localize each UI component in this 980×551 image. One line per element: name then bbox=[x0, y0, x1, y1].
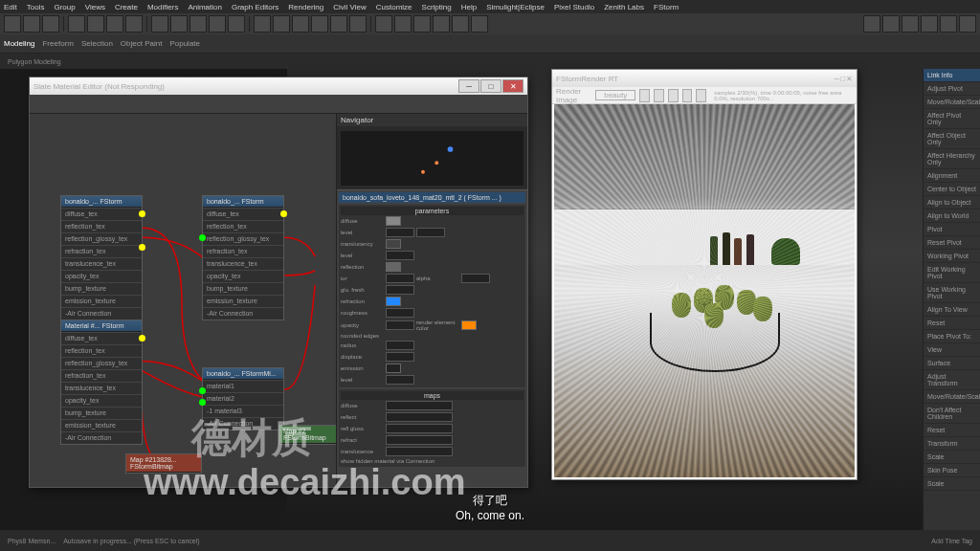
node-row[interactable]: emission_texture bbox=[61, 295, 142, 307]
spinner-input[interactable] bbox=[386, 352, 414, 362]
navigator-preview[interactable] bbox=[341, 131, 523, 186]
spinner-input[interactable] bbox=[386, 251, 414, 260]
node-row[interactable]: -1 material3 bbox=[203, 405, 283, 417]
ribbon-modeling[interactable]: Modeling bbox=[4, 39, 34, 48]
render-btn[interactable] bbox=[668, 89, 679, 102]
menu-group[interactable]: Group bbox=[54, 3, 75, 11]
toolbar-button[interactable] bbox=[292, 15, 309, 33]
node-row[interactable]: diffuse_tex bbox=[61, 332, 142, 344]
menu-modifiers[interactable]: Modifiers bbox=[147, 3, 178, 11]
spinner-input[interactable] bbox=[386, 308, 414, 318]
node-row[interactable]: refraction_tex bbox=[61, 245, 142, 257]
spinner-input[interactable] bbox=[386, 285, 414, 295]
menu-scripting[interactable]: Scripting bbox=[422, 3, 452, 11]
toolbar-button[interactable] bbox=[394, 15, 412, 33]
spinner-input[interactable] bbox=[386, 320, 414, 330]
toolbar-button[interactable] bbox=[882, 15, 900, 33]
toolbar-button[interactable] bbox=[902, 15, 919, 33]
spinner-input[interactable] bbox=[386, 375, 414, 385]
node-row[interactable]: reflection_glossy_tex bbox=[61, 357, 142, 369]
node-row[interactable]: reflection_glossy_tex bbox=[203, 232, 283, 245]
menu-ext3[interactable]: Zenith Labs bbox=[604, 3, 644, 11]
menu-ext1[interactable]: Simulight|Eclipse bbox=[486, 3, 545, 11]
node-row[interactable]: refraction_tex bbox=[203, 245, 283, 257]
toolbar-button[interactable] bbox=[228, 15, 245, 33]
toolbar-button[interactable] bbox=[311, 15, 328, 33]
toolbar-button[interactable] bbox=[254, 15, 271, 33]
render-channel-dropdown[interactable]: beauty bbox=[595, 90, 635, 100]
map-slot[interactable] bbox=[386, 447, 453, 456]
panel-row[interactable]: Reset bbox=[924, 317, 980, 330]
map-slot[interactable] bbox=[386, 401, 453, 410]
render-btn[interactable] bbox=[696, 89, 706, 102]
minimize-button[interactable]: ─ bbox=[458, 79, 479, 93]
node-row[interactable]: material1 bbox=[203, 380, 283, 392]
ribbon-freeform[interactable]: Freeform bbox=[42, 39, 73, 48]
close-button[interactable]: ✕ bbox=[846, 75, 853, 83]
panel-row[interactable]: Scale bbox=[924, 477, 980, 491]
menu-ext2[interactable]: Pixel Studio bbox=[554, 3, 594, 11]
slate-titlebar[interactable]: Slate Material Editor (Not Responding) ─… bbox=[30, 77, 527, 95]
panel-row[interactable]: Use Working Pivot bbox=[924, 283, 980, 303]
node-row[interactable]: material2 bbox=[203, 392, 283, 405]
menu-create[interactable]: Create bbox=[115, 3, 138, 11]
material-node-4[interactable]: bonaldo_... FStormMi... material1 materi… bbox=[202, 367, 284, 430]
toolbar-button[interactable] bbox=[330, 15, 347, 33]
map-slot[interactable] bbox=[386, 435, 453, 445]
panel-row[interactable]: View bbox=[924, 343, 980, 357]
node-row[interactable]: refraction_tex bbox=[61, 369, 142, 382]
maximize-button[interactable]: □ bbox=[840, 75, 845, 83]
node-row[interactable]: -Air Connection bbox=[203, 417, 283, 430]
panel-row[interactable]: Align to World bbox=[924, 209, 980, 223]
menu-animation[interactable]: Animation bbox=[188, 3, 222, 11]
slate-material-editor[interactable]: Slate Material Editor (Not Responding) ─… bbox=[29, 77, 528, 488]
node-row[interactable]: diffuse_tex bbox=[203, 208, 283, 220]
main-menubar[interactable]: Edit Tools Group Views Create Modifiers … bbox=[0, 0, 980, 13]
node-row[interactable]: opacity_tex bbox=[61, 394, 142, 407]
render-titlebar[interactable]: FStormRender RT ─ □ ✕ bbox=[552, 70, 857, 87]
toolbar-button[interactable] bbox=[209, 15, 226, 33]
node-row[interactable]: -Air Connection bbox=[203, 307, 283, 320]
panel-row[interactable]: Don't Affect Children bbox=[924, 404, 980, 424]
toolbar-button[interactable] bbox=[189, 15, 207, 33]
toolbar-button[interactable] bbox=[106, 15, 123, 33]
panel-row[interactable]: Reset Pivot bbox=[924, 236, 980, 250]
panel-row[interactable]: Edit Working Pivot bbox=[924, 263, 980, 283]
node-row[interactable]: translucence_tex bbox=[203, 257, 283, 270]
node-row[interactable]: reflection_tex bbox=[203, 220, 283, 232]
node-row[interactable]: opacity_tex bbox=[61, 270, 142, 282]
ribbon-paint[interactable]: Object Paint bbox=[121, 39, 163, 48]
node-row[interactable]: -Air Connection bbox=[61, 307, 142, 320]
spinner-input[interactable] bbox=[386, 228, 414, 237]
toolbar-button[interactable] bbox=[68, 15, 85, 33]
menu-help[interactable]: Help bbox=[461, 3, 477, 11]
spinner-input[interactable] bbox=[386, 341, 414, 350]
toolbar-button[interactable] bbox=[4, 15, 21, 33]
fstorm-render-window[interactable]: FStormRender RT ─ □ ✕ Render Image beaut… bbox=[551, 69, 858, 480]
panel-row[interactable]: Surface bbox=[924, 357, 980, 370]
panel-row[interactable]: Align to Object bbox=[924, 196, 980, 209]
render-btn[interactable] bbox=[682, 89, 693, 102]
menu-rendering[interactable]: Rendering bbox=[288, 3, 323, 11]
panel-row[interactable]: Adjust Pivot bbox=[924, 82, 980, 96]
toolbar-button[interactable] bbox=[42, 15, 59, 33]
color-swatch[interactable] bbox=[386, 297, 401, 306]
node-row[interactable]: emission_texture bbox=[61, 419, 142, 431]
map-slot[interactable] bbox=[386, 412, 453, 422]
menu-civil[interactable]: Civil View bbox=[333, 3, 367, 11]
panel-row[interactable]: Move/Rotate/Scale bbox=[924, 96, 980, 109]
ribbon-selection[interactable]: Selection bbox=[81, 39, 113, 48]
toolbar-button[interactable] bbox=[87, 15, 104, 33]
spinner-input[interactable] bbox=[416, 228, 445, 237]
material-node-3[interactable]: bonaldo_... FStorm diffuse_tex reflectio… bbox=[202, 195, 284, 320]
menu-customize[interactable]: Customize bbox=[376, 3, 412, 11]
color-swatch[interactable] bbox=[461, 320, 477, 330]
node-graph[interactable]: bonaldo_... FStorm diffuse_tex reflectio… bbox=[30, 114, 336, 487]
bitmap-node-1[interactable]: Map #213828... FStormBitmap bbox=[125, 453, 202, 474]
node-row[interactable]: reflection_tex bbox=[61, 344, 142, 357]
toolbar-button[interactable] bbox=[452, 15, 469, 33]
command-panel[interactable]: Link Info Adjust Pivot Move/Rotate/Scale… bbox=[923, 69, 980, 530]
node-row[interactable]: reflection_tex bbox=[61, 220, 142, 232]
panel-row[interactable]: Center to Object bbox=[924, 183, 980, 196]
node-row[interactable]: bump_texture bbox=[61, 407, 142, 419]
